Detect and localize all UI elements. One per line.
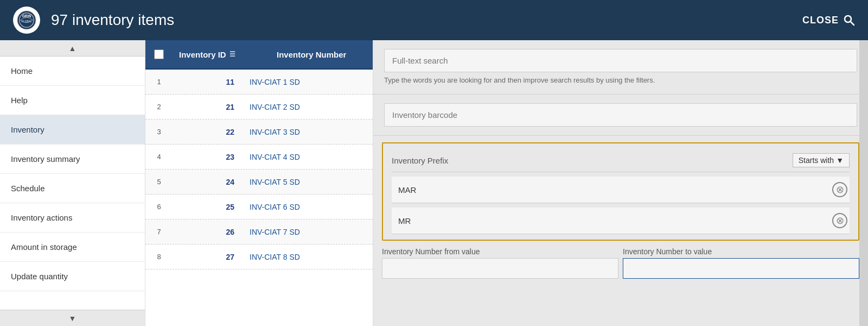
row-number: 2 [145, 103, 173, 111]
sidebar-nav: HomeHelpInventoryInventory summarySchedu… [0, 57, 145, 291]
row-inventory-number[interactable]: INV-CIAT 4 SD [243, 153, 373, 161]
prefix-item: MR ⊗ [392, 208, 850, 234]
row-inventory-number[interactable]: INV-CIAT 1 SD [243, 78, 373, 86]
row-number: 4 [145, 153, 173, 161]
row-id: 27 [173, 253, 243, 261]
sort-icon: ☰ [229, 51, 235, 58]
inv-from-input[interactable] [382, 258, 618, 279]
prefix-label: Inventory Prefix [392, 156, 448, 165]
inv-from-block: Inventory Number from value [382, 247, 618, 279]
prefix-item: MAR ⊗ [392, 177, 850, 203]
inventory-table: Inventory ID ☰ Inventory Number 1 11 INV… [145, 40, 373, 326]
sidebar-item-inventory-summary[interactable]: Inventory summary [0, 145, 145, 174]
barcode-input[interactable] [384, 103, 857, 127]
table-body: 1 11 INV-CIAT 1 SD 2 21 INV-CIAT 2 SD 3 … [145, 70, 373, 326]
row-number: 1 [145, 78, 173, 86]
prefix-header: Inventory Prefix Starts with ▼ [392, 149, 850, 172]
sidebar-item-inventory-actions[interactable]: Inventory actions [0, 203, 145, 233]
row-number: 6 [145, 203, 173, 211]
svg-text:GLOBAL: GLOBAL [21, 20, 31, 23]
prefix-mode-value: Starts with [799, 156, 834, 165]
table-row[interactable]: 5 24 INV-CIAT 5 SD [145, 170, 373, 195]
table-row[interactable]: 1 11 INV-CIAT 1 SD [145, 70, 373, 95]
row-inventory-number[interactable]: INV-CIAT 2 SD [243, 103, 373, 111]
table-row[interactable]: 8 27 INV-CIAT 8 SD [145, 244, 373, 269]
search-icon [843, 14, 855, 26]
sidebar-scroll-down[interactable]: ▼ [0, 310, 145, 326]
row-inventory-number[interactable]: INV-CIAT 8 SD [243, 253, 373, 261]
row-id: 21 [173, 103, 243, 111]
chevron-down-icon: ▼ [69, 314, 76, 323]
prefix-value: MAR [394, 185, 416, 195]
row-number: 7 [145, 228, 173, 236]
inv-to-input[interactable] [623, 258, 859, 279]
page-title: 97 inventory items [51, 11, 792, 29]
col-header-number: Inventory Number [270, 50, 373, 59]
row-id: 23 [173, 153, 243, 161]
row-id: 24 [173, 178, 243, 186]
checkbox-all[interactable] [154, 49, 164, 59]
inv-from-label: Inventory Number from value [382, 247, 618, 256]
row-number: 8 [145, 253, 173, 261]
sidebar-item-schedule[interactable]: Schedule [0, 174, 145, 203]
row-id: 22 [173, 128, 243, 136]
sidebar-item-help[interactable]: Help [0, 86, 145, 115]
sidebar-scroll-up[interactable]: ▲ [0, 40, 145, 57]
select-all-checkbox[interactable] [145, 49, 173, 59]
filter-scrollbar[interactable] [859, 40, 868, 326]
close-button[interactable]: CLOSE [802, 14, 855, 26]
app-header: GRIN GLOBAL 97 inventory items CLOSE [0, 0, 868, 40]
prefix-remove-button[interactable]: ⊗ [832, 182, 847, 197]
inventory-prefix-block: Inventory Prefix Starts with ▼ MAR ⊗ MR … [382, 142, 859, 241]
row-inventory-number[interactable]: INV-CIAT 3 SD [243, 128, 373, 136]
chevron-down-icon: ▼ [836, 156, 844, 165]
fulltext-hint: Type the words you are looking for and t… [384, 76, 857, 85]
bottom-filters: Inventory Number from value Inventory Nu… [373, 247, 868, 287]
row-id: 26 [173, 228, 243, 236]
barcode-block [373, 95, 868, 136]
row-inventory-number[interactable]: INV-CIAT 6 SD [243, 203, 373, 211]
sidebar-item-amount-in-storage[interactable]: Amount in storage [0, 233, 145, 262]
chevron-up-icon: ▲ [69, 44, 76, 53]
fulltext-search-block: Type the words you are looking for and t… [373, 40, 868, 95]
col-header-id[interactable]: Inventory ID ☰ [173, 50, 270, 59]
table-header: Inventory ID ☰ Inventory Number [145, 40, 373, 70]
inv-to-block: Inventory Number to value [623, 247, 859, 279]
prefix-remove-button[interactable]: ⊗ [832, 213, 847, 228]
table-row[interactable]: 7 26 INV-CIAT 7 SD [145, 220, 373, 244]
prefix-items-list: MAR ⊗ MR ⊗ [392, 177, 850, 234]
sidebar-item-home[interactable]: Home [0, 57, 145, 86]
prefix-mode-select[interactable]: Starts with ▼ [793, 153, 850, 167]
filter-panel: Type the words you are looking for and t… [373, 40, 868, 326]
sidebar-item-update-quantity[interactable]: Update quantity [0, 262, 145, 291]
sidebar: ▲ HomeHelpInventoryInventory summarySche… [0, 40, 145, 326]
table-row[interactable]: 4 23 INV-CIAT 4 SD [145, 145, 373, 170]
main-layout: ▲ HomeHelpInventoryInventory summarySche… [0, 40, 868, 326]
row-number: 5 [145, 178, 173, 186]
table-row[interactable]: 3 22 INV-CIAT 3 SD [145, 120, 373, 145]
row-number: 3 [145, 128, 173, 136]
inv-to-label: Inventory Number to value [623, 247, 859, 256]
row-id: 11 [173, 78, 243, 86]
table-row[interactable]: 6 25 INV-CIAT 6 SD [145, 195, 373, 220]
prefix-value: MR [394, 216, 411, 225]
app-logo: GRIN GLOBAL [13, 7, 40, 34]
row-inventory-number[interactable]: INV-CIAT 5 SD [243, 178, 373, 186]
fulltext-search-input[interactable] [384, 49, 857, 72]
table-row[interactable]: 2 21 INV-CIAT 2 SD [145, 95, 373, 120]
row-inventory-number[interactable]: INV-CIAT 7 SD [243, 228, 373, 236]
svg-line-5 [851, 22, 854, 25]
sidebar-item-inventory[interactable]: Inventory [0, 115, 145, 145]
row-id: 25 [173, 203, 243, 211]
